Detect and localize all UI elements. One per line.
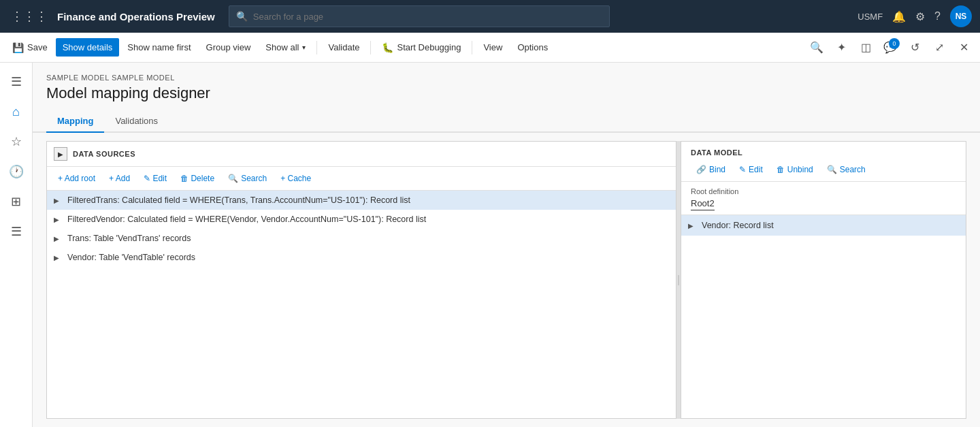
data-sources-panel: ▶ DATA SOURCES + Add root + Add ✎ Edit 🗑… [46,141,676,419]
expand-arrow-icon: ▶ [54,197,63,204]
dm-root-def-label: Root definition [691,187,956,195]
open-in-new-icon[interactable]: ⤢ [928,37,950,59]
dm-root-def-value: Root2 [691,198,715,210]
layout-icon[interactable]: ◫ [855,37,877,59]
ds-cache-button[interactable]: + Cache [275,171,316,186]
refresh-icon[interactable]: ↺ [904,37,926,59]
show-all-dropdown-arrow: ▾ [302,44,306,51]
ds-add-root-button[interactable]: + Add root [52,171,101,186]
avatar[interactable]: NS [950,5,972,27]
page-title: Model mapping designer [46,84,966,102]
ds-add-button[interactable]: + Add [103,171,135,186]
data-model-panel: DATA MODEL 🔗 Bind ✎ Edit 🗑 Unbind [681,141,966,419]
pin-icon[interactable]: ✦ [830,37,852,59]
ds-delete-button[interactable]: 🗑 Delete [175,171,220,186]
ds-items-list: ▶ FilteredTrans: Calculated field = WHER… [47,191,676,418]
tabs-container: Mapping Validations [33,110,980,133]
ds-panel-header: ▶ DATA SOURCES [47,142,676,167]
close-icon[interactable]: ✕ [953,37,975,59]
dm-toolbar: 🔗 Bind ✎ Edit 🗑 Unbind 🔍 [691,162,956,177]
action-bar-right: 🔍 ✦ ◫ 💬 0 ↺ ⤢ ✕ [806,37,975,59]
edit-icon: ✎ [739,165,746,174]
message-badge: 0 [889,38,900,49]
ds-panel-title: DATA SOURCES [73,150,135,158]
save-icon: 💾 [12,42,24,53]
ds-toolbar: + Add root + Add ✎ Edit 🗑 Delete 🔍 Searc… [47,167,676,191]
app-title: Finance and Operations Preview [57,11,215,22]
ds-expand-button[interactable]: ▶ [54,147,67,161]
action-bar: 💾 Save Show details Show name first Grou… [0,33,980,63]
group-view-button[interactable]: Group view [199,38,258,57]
ds-item[interactable]: ▶ Trans: Table 'VendTrans' records [47,229,676,248]
save-button[interactable]: 💾 Save [5,38,54,57]
settings-icon[interactable]: ⚙ [915,10,925,23]
help-icon[interactable]: ? [934,10,941,22]
dm-edit-button[interactable]: ✎ Edit [734,162,768,177]
grid-menu-icon[interactable]: ⋮⋮⋮ [8,6,50,27]
ds-item-text: Trans: Table 'VendTrans' records [67,234,669,243]
ds-search-icon: 🔍 [228,174,238,183]
global-search-box[interactable]: 🔍 [229,5,610,27]
ds-search-button[interactable]: 🔍 Search [223,171,272,186]
dm-panel-title: DATA MODEL [691,148,956,157]
sidebar-list-icon[interactable]: ☰ [3,218,30,245]
tab-mapping[interactable]: Mapping [46,110,104,133]
separator-1 [316,41,317,54]
search-action-icon[interactable]: 🔍 [806,37,828,59]
sidebar-home-icon[interactable]: ⌂ [3,98,30,125]
ds-item[interactable]: ▶ FilteredVendor: Calculated field = WHE… [47,210,676,229]
breadcrumb: SAMPLE MODEL SAMPLE MODEL [46,74,966,82]
main-layout: ☰ ⌂ ☆ 🕐 ⊞ ☰ SAMPLE MODEL SAMPLE MODEL Mo… [0,63,980,427]
separator-3 [472,41,472,54]
sidebar-recent-icon[interactable]: 🕐 [3,158,30,185]
expand-arrow-icon: ▶ [688,222,698,230]
tab-validations[interactable]: Validations [104,110,169,133]
top-nav: ⋮⋮⋮ Finance and Operations Preview 🔍 USM… [0,0,980,33]
options-button[interactable]: Options [510,38,555,57]
show-all-button[interactable]: Show all ▾ [259,38,312,57]
ds-item-text: FilteredTrans: Calculated field = WHERE(… [67,195,669,205]
left-sidebar: ☰ ⌂ ☆ 🕐 ⊞ ☰ [0,63,33,427]
ds-item-text: Vendor: Table 'VendTable' records [67,253,669,262]
top-nav-right: USMF 🔔 ⚙ ? NS [858,5,972,27]
expand-arrow-icon: ▶ [54,235,63,242]
company-label: USMF [858,12,883,22]
validate-button[interactable]: Validate [321,38,366,57]
dm-items-list: ▶ Vendor: Record list [681,215,966,418]
bind-icon: 🔗 [696,165,706,174]
search-input[interactable] [253,12,602,22]
message-icon[interactable]: 💬 0 [879,37,901,59]
unbind-icon: 🗑 [777,165,785,174]
ds-item-text: FilteredVendor: Calculated field = WHERE… [67,215,669,224]
main-content: SAMPLE MODEL SAMPLE MODEL Model mapping … [33,63,980,427]
search-icon: 🔍 [236,11,248,22]
start-debugging-button[interactable]: 🐛 Start Debugging [375,38,468,57]
ds-item[interactable]: ▶ FilteredTrans: Calculated field = WHER… [47,191,676,210]
show-details-button[interactable]: Show details [56,38,120,57]
dm-unbind-button[interactable]: 🗑 Unbind [771,162,819,177]
ds-edit-button[interactable]: ✎ Edit [138,171,172,186]
dm-item[interactable]: ▶ Vendor: Record list [681,215,966,236]
dm-bind-button[interactable]: 🔗 Bind [691,162,731,177]
sidebar-workspaces-icon[interactable]: ⊞ [3,188,30,215]
split-pane: ▶ DATA SOURCES + Add root + Add ✎ Edit 🗑… [33,133,980,427]
sidebar-favorites-icon[interactable]: ☆ [3,128,30,155]
dm-header-bar: DATA MODEL 🔗 Bind ✎ Edit 🗑 Unbind [681,142,966,182]
sidebar-menu-icon[interactable]: ☰ [3,68,30,95]
notification-icon[interactable]: 🔔 [892,10,906,23]
expand-arrow-icon: ▶ [54,216,63,223]
dm-search-icon: 🔍 [827,165,837,174]
view-button[interactable]: View [476,38,509,57]
expand-arrow-icon: ▶ [54,254,63,262]
dm-root-definition: Root definition Root2 [681,182,966,215]
ds-item[interactable]: ▶ Vendor: Table 'VendTable' records [47,248,676,267]
dm-search-button[interactable]: 🔍 Search [821,162,871,177]
debug-icon: 🐛 [382,42,393,53]
dm-item-text: Vendor: Record list [702,221,774,230]
separator-2 [370,41,371,54]
page-header: SAMPLE MODEL SAMPLE MODEL Model mapping … [33,63,980,110]
show-name-first-button[interactable]: Show name first [120,38,197,57]
